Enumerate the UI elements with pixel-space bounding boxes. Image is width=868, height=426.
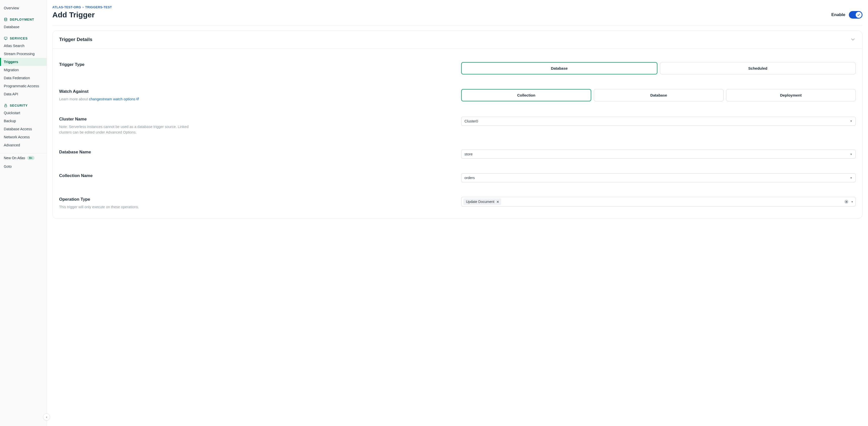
clear-all-chips-button[interactable] (844, 200, 848, 204)
field-label-watch-against: Watch Against (59, 89, 454, 94)
breadcrumb-separator: › (83, 5, 84, 9)
operation-type-chip: Update Document (463, 198, 501, 205)
cluster-name-note: Note: Serverless instances cannot be use… (59, 124, 200, 135)
watch-against-options: Collection Database Deployment (461, 89, 856, 101)
card-title: Trigger Details (59, 37, 92, 42)
sidebar-item-advanced[interactable]: Advanced (0, 141, 46, 149)
watch-against-option-deployment[interactable]: Deployment (726, 89, 856, 101)
field-label-operation-type: Operation Type (59, 197, 454, 202)
database-name-select[interactable]: store ▼ (461, 150, 856, 159)
trigger-type-options: Database Scheduled (461, 62, 856, 74)
chevron-left-icon: ‹ (46, 415, 47, 419)
database-stack-icon (4, 18, 7, 21)
sidebar-item-new-on-atlas[interactable]: New On Atlas 9+ (0, 154, 46, 162)
new-on-atlas-badge: 9+ (27, 156, 34, 160)
sidebar-section-security: SECURITY (0, 102, 46, 109)
sidebar-section-deployment: DEPLOYMENT (0, 15, 46, 23)
sidebar-item-data-federation[interactable]: Data Federation (0, 74, 46, 82)
enable-toggle[interactable] (849, 11, 863, 19)
collection-name-value: orders (464, 176, 475, 180)
field-watch-against: Watch Against Learn more about changestr… (59, 80, 856, 108)
breadcrumb: ATLAS-TEST-ORG › TRIGGERS-TEST (52, 5, 863, 9)
main-content: ATLAS-TEST-ORG › TRIGGERS-TEST Add Trigg… (47, 0, 868, 426)
field-cluster-name: Cluster Name Note: Serverless instances … (59, 108, 856, 141)
cluster-name-value: Cluster0 (464, 119, 478, 123)
field-trigger-type: Trigger Type Database Scheduled (59, 56, 856, 80)
breadcrumb-project-link[interactable]: TRIGGERS-TEST (85, 5, 112, 9)
operation-type-helper: This trigger will only execute on these … (59, 204, 200, 210)
field-database-name: Database Name store ▼ (59, 141, 856, 165)
operation-type-controls: ▼ (844, 200, 854, 204)
external-link-icon (136, 97, 139, 100)
sidebar-section-label: DEPLOYMENT (10, 18, 34, 21)
svg-rect-1 (4, 37, 7, 39)
database-name-value: store (464, 152, 472, 156)
sidebar-item-backup[interactable]: Backup (0, 117, 46, 125)
sidebar-item-database[interactable]: Database (0, 23, 46, 31)
fields-container: Trigger Type Database Scheduled Watch Ag… (53, 48, 862, 219)
sidebar-section-services: SERVICES (0, 34, 46, 42)
watch-against-option-collection[interactable]: Collection (461, 89, 591, 101)
page-header: Add Trigger Enable (52, 10, 863, 26)
check-icon (857, 13, 860, 17)
sidebar-item-database-access[interactable]: Database Access (0, 125, 46, 133)
svg-rect-2 (4, 105, 7, 107)
sidebar-item-data-api[interactable]: Data API (0, 90, 46, 98)
new-on-atlas-label: New On Atlas (4, 156, 25, 160)
lock-icon (4, 104, 7, 107)
trigger-type-option-database[interactable]: Database (461, 62, 657, 74)
collapse-sidebar-button[interactable]: ‹ (43, 414, 50, 421)
sidebar-item-atlas-search[interactable]: Atlas Search (0, 42, 46, 50)
helper-text-prefix: Learn more about (59, 97, 89, 101)
sidebar-item-network-access[interactable]: Network Access (0, 133, 46, 141)
operation-type-select[interactable]: Update Document ▼ (461, 197, 856, 206)
sidebar-item-quickstart[interactable]: Quickstart (0, 109, 46, 117)
field-collection-name: Collection Name orders ▼ (59, 165, 856, 188)
sidebar-item-goto[interactable]: Goto (0, 162, 46, 170)
sidebar-item-stream-processing[interactable]: Stream Processing (0, 50, 46, 58)
field-operation-type: Operation Type This trigger will only ex… (59, 188, 856, 211)
chevron-down-icon (850, 37, 856, 42)
sidebar-section-label: SECURITY (10, 104, 28, 107)
changestream-watch-options-link[interactable]: changestream watch options (89, 97, 140, 101)
trigger-type-option-scheduled[interactable]: Scheduled (660, 62, 856, 74)
caret-down-icon: ▼ (850, 153, 852, 156)
field-label-database-name: Database Name (59, 150, 454, 155)
page-title: Add Trigger (52, 10, 95, 19)
remove-chip-button[interactable] (496, 200, 499, 203)
sidebar-section-label: SERVICES (10, 37, 28, 40)
sidebar-item-triggers[interactable]: Triggers (0, 58, 46, 66)
collapse-card-button[interactable] (850, 37, 856, 42)
field-label-trigger-type: Trigger Type (59, 62, 454, 67)
caret-down-icon: ▼ (850, 176, 852, 179)
collection-name-select[interactable]: orders ▼ (461, 173, 856, 182)
watch-against-helper: Learn more about changestream watch opti… (59, 97, 200, 102)
field-label-cluster-name: Cluster Name (59, 117, 454, 122)
sidebar-item-programmatic-access[interactable]: Programmatic Access (0, 82, 46, 90)
field-label-collection-name: Collection Name (59, 173, 454, 178)
sidebar-item-overview[interactable]: Overview (0, 4, 46, 12)
breadcrumb-org-link[interactable]: ATLAS-TEST-ORG (52, 5, 81, 9)
caret-down-icon: ▼ (851, 200, 854, 203)
enable-label: Enable (831, 12, 845, 18)
sidebar-item-migration[interactable]: Migration (0, 66, 46, 74)
enable-trigger-wrap: Enable (831, 11, 863, 19)
toggle-knob (856, 12, 862, 18)
trigger-details-card: Trigger Details Trigger Type Database Sc… (52, 30, 863, 219)
chip-label: Update Document (466, 200, 494, 204)
sidebar: Overview DEPLOYMENT Database SERVICES At… (0, 0, 47, 426)
caret-down-icon: ▼ (850, 120, 852, 123)
watch-against-option-database[interactable]: Database (594, 89, 723, 101)
monitor-icon (4, 36, 7, 40)
cluster-name-select[interactable]: Cluster0 ▼ (461, 117, 856, 126)
svg-point-0 (4, 18, 7, 19)
card-header: Trigger Details (53, 31, 862, 48)
